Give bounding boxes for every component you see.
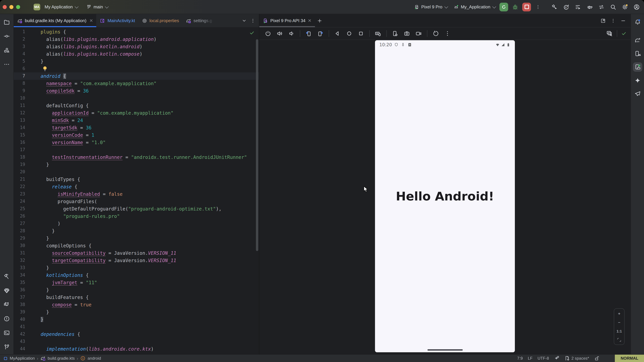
project-widget[interactable]: My Application — [42, 2, 80, 11]
code-line-27[interactable]: 27 ) — [14, 220, 259, 227]
tab-build-gradle[interactable]: build.gradle.kts (My Application) ✕ — [14, 14, 96, 27]
device-manager-tool-button[interactable] — [633, 49, 642, 58]
code-line-38[interactable]: 38 compose = true — [14, 301, 259, 308]
line-number[interactable]: 22 — [14, 183, 25, 190]
code-line-22[interactable]: 22 release { — [14, 183, 259, 190]
code-line-1[interactable]: 1plugins { — [14, 28, 259, 35]
code-line-17[interactable]: 17 — [14, 146, 259, 153]
panel-options-kebab-icon[interactable] — [610, 18, 616, 23]
build-tool-button[interactable] — [2, 272, 12, 281]
zoom-window-button[interactable] — [16, 5, 20, 9]
settings-button[interactable] — [620, 2, 630, 11]
hide-panel-icon[interactable] — [620, 18, 626, 23]
code-line-30[interactable]: 30 compileOptions { — [14, 242, 259, 249]
inspections-ok-icon[interactable] — [249, 30, 254, 35]
android-overview-icon[interactable] — [358, 30, 364, 37]
line-number[interactable]: 25 — [14, 205, 25, 213]
ui-check-icon[interactable] — [606, 30, 613, 37]
line-number[interactable]: 36 — [14, 286, 25, 294]
line-number[interactable]: 33 — [14, 264, 25, 272]
zoom-in-button[interactable]: + — [618, 310, 620, 317]
tab-settings-gradle[interactable]: settings.g — [182, 14, 215, 27]
run-configuration-selector[interactable]: My_Application — [452, 2, 497, 11]
tab-list-chevron-icon[interactable] — [242, 18, 247, 23]
line-number[interactable]: 5 — [14, 58, 25, 65]
ideavim-icon[interactable] — [604, 356, 610, 361]
code-line-13[interactable]: 13 minSdk = 24 — [14, 117, 259, 124]
line-number[interactable]: 34 — [14, 272, 25, 279]
zoom-fit-button[interactable] — [616, 337, 622, 343]
problems-tool-button[interactable] — [2, 314, 12, 324]
line-number[interactable]: 18 — [14, 153, 25, 161]
line-number[interactable]: 32 — [14, 257, 25, 264]
line-number[interactable]: 13 — [14, 117, 25, 124]
logcat-tool-button[interactable] — [2, 300, 12, 309]
line-number[interactable]: 11 — [14, 102, 25, 109]
device-settings-icon[interactable] — [392, 30, 398, 37]
device-more-kebab-icon[interactable] — [444, 30, 451, 37]
encoding-widget[interactable]: UTF-8 — [538, 356, 549, 361]
code-line-24[interactable]: 24 proguardFiles( — [14, 198, 259, 205]
code-line-21[interactable]: 21 buildTypes { — [14, 176, 259, 183]
line-number[interactable]: 35 — [14, 279, 25, 286]
commit-tool-button[interactable] — [2, 31, 12, 41]
code-line-32[interactable]: 32 targetCompatibility = JavaVersion.VER… — [14, 257, 259, 264]
code-line-12[interactable]: 12 applicationId = "com.example.myapplic… — [14, 109, 259, 117]
code-line-18[interactable]: 18 testInstrumentationRunner = "androidx… — [14, 153, 259, 161]
code-line-19[interactable]: 19 } — [14, 161, 259, 168]
stop-button[interactable] — [522, 2, 531, 11]
line-number[interactable]: 44 — [14, 345, 25, 353]
code-line-23[interactable]: 23 isMinifyEnabled = false — [14, 190, 259, 198]
line-number[interactable]: 28 — [14, 227, 25, 235]
minimize-window-button[interactable] — [10, 5, 14, 9]
code-line-20[interactable]: 20 — [14, 168, 259, 176]
code-line-5[interactable]: 5} — [14, 58, 259, 65]
code-editor[interactable]: 1plugins {2 alias(libs.plugins.android.a… — [14, 27, 259, 354]
line-separator-widget[interactable]: LF — [528, 356, 532, 361]
debug-button[interactable] — [510, 2, 520, 11]
breadcrumb-block[interactable]: android — [88, 356, 101, 361]
hardware-input-icon[interactable] — [375, 30, 381, 37]
rerun-button[interactable] — [500, 2, 508, 11]
app-distribution-tool-button[interactable] — [633, 89, 642, 98]
code-line-7[interactable]: 7android { — [14, 72, 259, 80]
vim-mode-badge[interactable]: NORMAL — [615, 355, 644, 362]
terminal-tool-button[interactable] — [2, 328, 12, 338]
rotate-right-icon[interactable] — [317, 30, 324, 37]
code-line-16[interactable]: 16 versionName = "1.0" — [14, 139, 259, 146]
code-line-42[interactable]: 42dependencies { — [14, 331, 259, 338]
version-control-tool-button[interactable] — [2, 342, 12, 352]
tab-local-properties[interactable]: local.properties — [138, 14, 182, 27]
line-number[interactable]: 29 — [14, 235, 25, 242]
line-number[interactable]: 21 — [14, 176, 25, 183]
code-line-28[interactable]: 28 } — [14, 227, 259, 235]
attach-debugger-button[interactable] — [585, 2, 594, 11]
profiler-button[interactable] — [573, 2, 582, 11]
line-number[interactable]: 42 — [14, 331, 25, 338]
code-line-25[interactable]: 25 getDefaultProguardFile("proguard-andr… — [14, 205, 259, 213]
line-number[interactable]: 19 — [14, 161, 25, 168]
line-number[interactable]: 24 — [14, 198, 25, 205]
line-number[interactable]: 43 — [14, 338, 25, 345]
line-number[interactable]: 4 — [14, 50, 25, 58]
line-number[interactable]: 6 — [14, 65, 25, 72]
code-line-26[interactable]: 26 "proguard-rules.pro" — [14, 213, 259, 220]
code-line-9[interactable]: 9 compileSdk = 36 — [14, 87, 259, 94]
running-devices-tool-button[interactable] — [633, 62, 642, 72]
code-line-15[interactable]: 15 versionCode = 1 — [14, 131, 259, 139]
line-number[interactable]: 31 — [14, 249, 25, 257]
close-device-tab-icon[interactable]: ✕ — [308, 18, 312, 23]
vcs-branch-widget[interactable]: main — [84, 2, 110, 11]
gradle-sync-button[interactable] — [597, 2, 606, 11]
line-number[interactable]: 26 — [14, 213, 25, 220]
volume-up-icon[interactable] — [276, 30, 283, 37]
project-tool-button[interactable] — [2, 17, 12, 27]
code-line-2[interactable]: 2 alias(libs.plugins.android.application… — [14, 35, 259, 43]
line-number[interactable]: 17 — [14, 146, 25, 153]
power-button-icon[interactable] — [265, 30, 271, 37]
code-line-35[interactable]: 35 jvmTarget = "11" — [14, 279, 259, 286]
breadcrumb-project[interactable]: MyApplication — [10, 356, 35, 361]
line-number[interactable]: 7 — [14, 72, 25, 80]
volume-down-icon[interactable] — [288, 30, 295, 37]
app-quality-insights-tool-button[interactable] — [2, 286, 12, 295]
